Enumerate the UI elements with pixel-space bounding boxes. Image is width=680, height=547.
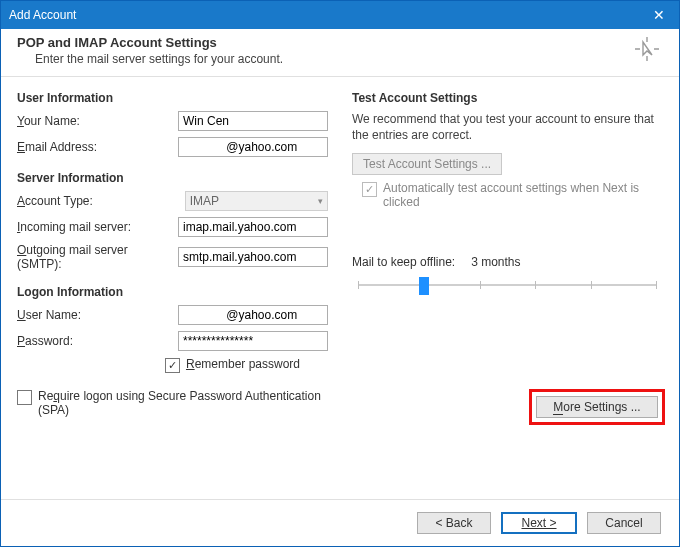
cursor-arrow-icon (633, 35, 661, 66)
more-settings-highlight: More Settings ... (529, 389, 665, 425)
wizard-footer: < Back Next > Cancel (1, 499, 679, 546)
left-column: User Information Your Name: Email Addres… (17, 91, 328, 499)
remember-password-label: Remember password (186, 357, 300, 371)
incoming-server-input[interactable] (178, 217, 328, 237)
window-title: Add Account (9, 8, 639, 22)
mail-offline-label: Mail to keep offline: (352, 255, 455, 269)
mail-offline-section: Mail to keep offline: 3 months (352, 255, 663, 295)
mail-offline-label-row: Mail to keep offline: 3 months (352, 255, 663, 269)
username-input[interactable] (178, 305, 328, 325)
close-icon: ✕ (653, 7, 665, 23)
test-settings-heading: Test Account Settings (352, 91, 663, 105)
test-account-settings-button: Test Account Settings ... (352, 153, 502, 175)
your-name-input[interactable] (178, 111, 328, 131)
remember-password-row: Remember password (137, 357, 328, 373)
mail-offline-value: 3 months (471, 255, 520, 269)
test-settings-desc: We recommend that you test your account … (352, 111, 663, 143)
email-label: Email Address: (17, 140, 172, 154)
account-type-value: IMAP (190, 194, 219, 208)
outgoing-row: Outgoing mail server (SMTP): (17, 243, 328, 271)
incoming-label: Incoming mail server: (17, 220, 172, 234)
slider-thumb[interactable] (419, 277, 429, 295)
slider-track (358, 284, 657, 286)
right-column: Test Account Settings We recommend that … (352, 91, 663, 499)
auto-test-label: Automatically test account settings when… (383, 181, 663, 209)
password-input[interactable] (178, 331, 328, 351)
back-button[interactable]: < Back (417, 512, 491, 534)
close-button[interactable]: ✕ (639, 1, 679, 29)
slider-tick (535, 281, 536, 289)
incoming-row: Incoming mail server: (17, 217, 328, 237)
wizard-body: User Information Your Name: Email Addres… (1, 77, 679, 499)
account-type-row: Account Type: IMAP ▾ (17, 191, 328, 211)
auto-test-checkbox (362, 182, 377, 197)
remember-password-checkbox[interactable] (165, 358, 180, 373)
spa-row: Require logon using Secure Password Auth… (17, 389, 328, 417)
slider-tick (358, 281, 359, 289)
page-subtitle: Enter the mail server settings for your … (35, 52, 663, 66)
mail-offline-slider[interactable] (352, 275, 663, 295)
spa-checkbox[interactable] (17, 390, 32, 405)
email-row: Email Address: (17, 137, 328, 157)
more-settings-button[interactable]: More Settings ... (536, 396, 658, 418)
page-title: POP and IMAP Account Settings (17, 35, 663, 50)
add-account-window: Add Account ✕ POP and IMAP Account Setti… (0, 0, 680, 547)
spa-label: Require logon using Secure Password Auth… (38, 389, 328, 417)
next-button[interactable]: Next > (501, 512, 577, 534)
username-row: User Name: (17, 305, 328, 325)
user-info-heading: User Information (17, 91, 328, 105)
slider-tick (656, 281, 657, 289)
account-type-label: Account Type: (17, 194, 179, 208)
titlebar: Add Account ✕ (1, 1, 679, 29)
auto-test-row: Automatically test account settings when… (362, 181, 663, 209)
account-type-select: IMAP ▾ (185, 191, 328, 211)
logon-heading: Logon Information (17, 285, 328, 299)
username-label: User Name: (17, 308, 172, 322)
chevron-down-icon: ▾ (318, 196, 323, 206)
cancel-button[interactable]: Cancel (587, 512, 661, 534)
server-info-heading: Server Information (17, 171, 328, 185)
your-name-row: Your Name: (17, 111, 328, 131)
slider-tick (591, 281, 592, 289)
your-name-label: Your Name: (17, 114, 172, 128)
slider-tick (480, 281, 481, 289)
outgoing-server-input[interactable] (178, 247, 328, 267)
email-input[interactable] (178, 137, 328, 157)
password-label: Password: (17, 334, 172, 348)
wizard-header: POP and IMAP Account Settings Enter the … (1, 29, 679, 70)
outgoing-label: Outgoing mail server (SMTP): (17, 243, 172, 271)
password-row: Password: (17, 331, 328, 351)
